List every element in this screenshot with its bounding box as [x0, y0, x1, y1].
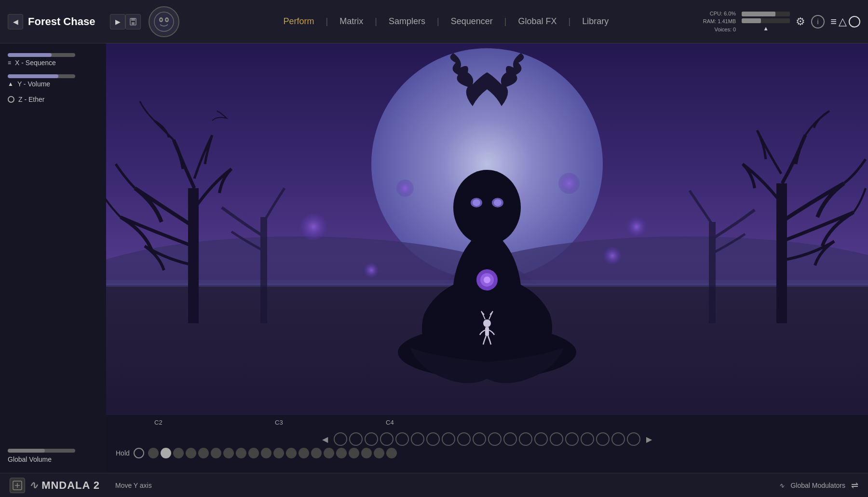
keyboard-area: C2 C3 C4 ◀ ▶ Hold [106, 415, 868, 473]
tab-samplers[interactable]: Samplers [377, 13, 437, 30]
key-circle[interactable] [380, 432, 393, 446]
cpu-info: CPU: 6.0% RAM: 1.41MB Voices: 0 [703, 10, 736, 34]
meter-bar-1 [742, 12, 790, 16]
hold-dot[interactable] [324, 448, 334, 458]
keyboard-right-button[interactable]: ▶ [642, 432, 656, 446]
hold-dot[interactable] [148, 448, 159, 458]
settings-button[interactable]: ⚙ [796, 15, 805, 28]
meter-bar-2 [742, 18, 790, 23]
hold-dot[interactable] [198, 448, 209, 458]
key-circle[interactable] [581, 432, 594, 446]
hold-dot[interactable] [336, 448, 347, 458]
hold-dot[interactable] [223, 448, 234, 458]
bottom-logo-icon [10, 478, 25, 493]
hold-dot[interactable] [161, 448, 171, 458]
bottom-status-text: Move Y axis [115, 482, 152, 489]
nav-prev-button[interactable]: ◀ [8, 14, 23, 29]
c3-label: C3 [275, 419, 283, 426]
key-labels-row: C2 C3 C4 [106, 419, 868, 430]
svg-point-3 [154, 12, 174, 31]
y-volume-icon: ▲ [8, 81, 14, 87]
key-circle[interactable] [411, 432, 424, 446]
hold-circle[interactable] [134, 448, 144, 458]
svg-point-6 [160, 19, 162, 21]
key-circle[interactable] [442, 432, 455, 446]
tab-library[interactable]: Library [570, 13, 620, 30]
logo-circle-icon [849, 16, 860, 28]
global-volume-section: Global Volume [8, 449, 98, 463]
left-panel: ≡ X - Sequence ▲ Y - Volume Z - Ether [0, 43, 106, 473]
tab-global-fx[interactable]: Global FX [506, 13, 568, 30]
nav-tabs: Perform | Matrix | Samplers | Sequencer … [189, 13, 703, 30]
key-circle[interactable] [426, 432, 440, 446]
key-circle[interactable] [519, 432, 532, 446]
global-volume-label: Global Volume [8, 456, 98, 463]
hold-dot[interactable] [273, 448, 284, 458]
info-button[interactable]: i [811, 15, 825, 28]
nav-next-button[interactable]: ▶ [110, 14, 125, 29]
hold-dot[interactable] [361, 448, 372, 458]
voices-label: Voices: 0 [703, 26, 736, 34]
key-circle[interactable] [534, 432, 548, 446]
hold-dot[interactable] [298, 448, 309, 458]
key-circle[interactable] [550, 432, 563, 446]
z-ether-label: Z - Ether [8, 96, 98, 103]
meter-triangle: ▲ [742, 25, 790, 32]
ram-label: RAM: 1.41MB [703, 17, 736, 26]
logo-triangle-icon: △ [839, 15, 847, 28]
top-right-area: CPU: 6.0% RAM: 1.41MB Voices: 0 ▲ ⚙ i ≡ … [703, 10, 860, 34]
key-circle[interactable] [365, 432, 378, 446]
key-circle[interactable] [488, 432, 502, 446]
z-ether-icon [8, 96, 14, 103]
svg-point-7 [166, 19, 168, 21]
key-circle[interactable] [503, 432, 517, 446]
hold-dot[interactable] [286, 448, 297, 458]
artwork-area [106, 43, 868, 473]
x-sequence-text: X - Sequence [15, 59, 56, 67]
cpu-label: CPU: 6.0% [703, 10, 736, 18]
c2-label: C2 [154, 419, 163, 426]
key-circle[interactable] [349, 432, 363, 446]
y-volume-text: Y - Volume [17, 80, 50, 88]
hold-dot[interactable] [374, 448, 384, 458]
meter-bars: ▲ [742, 12, 790, 32]
key-circle[interactable] [473, 432, 486, 446]
hold-dot[interactable] [211, 448, 221, 458]
x-sequence-row: ≡ X - Sequence [8, 53, 98, 67]
c4-label: C4 [386, 419, 394, 426]
bottom-logo: ∿ MNDALA 2 [10, 478, 100, 493]
background-art [106, 43, 868, 473]
keyboard-left-button[interactable]: ◀ [318, 432, 332, 446]
shuffle-button[interactable]: ⇌ [851, 480, 858, 491]
key-circle[interactable] [395, 432, 409, 446]
svg-rect-1 [131, 18, 135, 21]
logo-circle [149, 6, 179, 37]
hold-dot[interactable] [173, 448, 184, 458]
hold-dot[interactable] [386, 448, 397, 458]
key-circle[interactable] [565, 432, 579, 446]
hold-dot[interactable] [236, 448, 246, 458]
hold-dot[interactable] [311, 448, 322, 458]
note-circles-row: ◀ ▶ [318, 430, 656, 448]
hold-dot[interactable] [186, 448, 196, 458]
hold-row: Hold [106, 448, 868, 458]
key-circle[interactable] [457, 432, 471, 446]
save-button[interactable] [125, 14, 141, 29]
hold-dot[interactable] [261, 448, 271, 458]
key-circle[interactable] [627, 432, 640, 446]
key-circle[interactable] [596, 432, 610, 446]
hold-dot[interactable] [349, 448, 359, 458]
bottom-logo-text: ∿ MNDALA 2 [29, 479, 100, 492]
key-circle[interactable] [334, 432, 347, 446]
x-sequence-label: ≡ X - Sequence [8, 59, 98, 67]
key-circle[interactable] [611, 432, 625, 446]
z-ether-text: Z - Ether [18, 96, 44, 103]
logo-icons: ≡ △ [830, 15, 860, 28]
tab-sequencer[interactable]: Sequencer [439, 13, 504, 30]
hold-dot[interactable] [248, 448, 259, 458]
tab-perform[interactable]: Perform [272, 13, 326, 30]
tab-matrix[interactable]: Matrix [328, 13, 375, 30]
logo-text-label: MNDALA 2 [41, 479, 100, 491]
bottom-right: ∿ Global Modulators ⇌ [779, 480, 858, 491]
z-ether-row: Z - Ether [8, 96, 98, 103]
